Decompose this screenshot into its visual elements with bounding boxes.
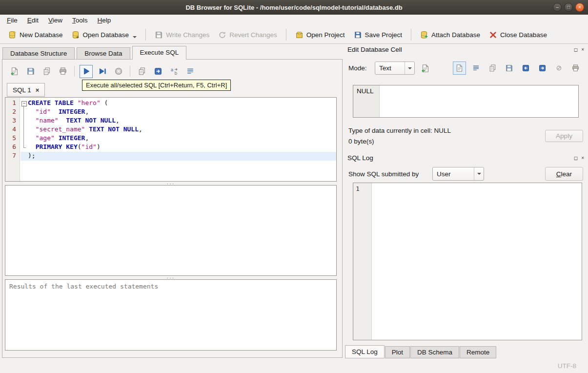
splitter-handle[interactable]: ···: [5, 276, 337, 279]
dock-close-icon[interactable]: ×: [581, 47, 584, 52]
maximize-icon: □: [567, 4, 570, 10]
import-cell-button[interactable]: [519, 62, 532, 75]
close-window-button[interactable]: ×: [575, 3, 584, 12]
save-sql-as-button[interactable]: [40, 65, 53, 78]
copy-cell-button[interactable]: [486, 62, 499, 75]
stop-execution-button[interactable]: [112, 65, 125, 78]
print-sql-button[interactable]: [56, 65, 69, 78]
log-filter-combobox[interactable]: User: [432, 167, 484, 181]
open-sql-file-button[interactable]: [8, 65, 21, 78]
editor-code[interactable]: CREATE TABLE "hero" ( "id" INTEGER, "nam…: [20, 99, 336, 161]
new-database-icon: [8, 31, 17, 39]
text-document-icon: [455, 64, 464, 72]
fold-guide: [20, 125, 28, 134]
word-wrap-button[interactable]: [469, 62, 483, 75]
text-mode-button[interactable]: [453, 62, 466, 75]
find-replace-button[interactable]: ab: [167, 65, 181, 78]
dock-close-icon[interactable]: ×: [581, 155, 584, 161]
splitter-handle[interactable]: ···: [5, 182, 337, 185]
sql-toolbar-separator: [130, 66, 130, 77]
open-database-button[interactable]: Open Database: [67, 28, 142, 41]
menubar: File Edit View Tools Help: [0, 15, 588, 26]
format-sql-button[interactable]: [183, 65, 197, 78]
tab-browse-data[interactable]: Browse Data: [77, 47, 130, 60]
save-sql-file-icon: [26, 67, 35, 76]
dock-tab-bar: SQL Log Plot DB Schema Remote: [345, 345, 496, 358]
chevron-down-icon: [477, 173, 481, 175]
log-filter-value: User: [437, 170, 451, 178]
cell-value: NULL: [357, 87, 374, 95]
tab-sql-log[interactable]: SQL Log: [345, 345, 385, 358]
tab-plot[interactable]: Plot: [385, 346, 410, 358]
sql-document-tab[interactable]: SQL 1 ×: [7, 83, 45, 97]
save-sql-as-icon: [42, 67, 51, 76]
code-line[interactable]: );: [20, 152, 336, 161]
window-controls: – □ ×: [553, 3, 584, 12]
export-results-button[interactable]: [151, 65, 164, 78]
open-project-icon: [295, 31, 304, 39]
export-cell-button[interactable]: [536, 62, 549, 75]
tab-db-schema[interactable]: DB Schema: [410, 346, 459, 358]
import-icon: [522, 64, 530, 72]
main-toolbar: New Database Open Database Write Changes…: [0, 26, 588, 44]
close-database-button[interactable]: Close Database: [485, 28, 551, 41]
clear-log-button[interactable]: Clear: [545, 167, 583, 181]
results-grid[interactable]: [5, 185, 337, 276]
sql-editor[interactable]: 1234567 CREATE TABLE "hero" ( "id" INTEG…: [5, 97, 337, 182]
code-line[interactable]: "secret_name" TEXT NOT NULL,: [20, 125, 336, 134]
code-line[interactable]: "age" INTEGER,: [20, 134, 336, 143]
code-line[interactable]: CREATE TABLE "hero" (: [20, 99, 336, 108]
sql-log-view[interactable]: 1: [353, 183, 582, 340]
sql-tab-close-icon[interactable]: ×: [36, 86, 40, 94]
tab-database-structure[interactable]: Database Structure: [2, 47, 75, 60]
code-line[interactable]: "name" TEXT NOT NULL,: [20, 117, 336, 125]
import-text-button[interactable]: [419, 62, 432, 75]
menu-file[interactable]: File: [2, 16, 22, 25]
save-project-button[interactable]: Save Project: [349, 28, 407, 41]
close-database-icon: [489, 31, 497, 39]
duplicate-tab-icon: [138, 67, 146, 76]
open-database-dropdown-icon[interactable]: [133, 36, 137, 38]
menu-help[interactable]: Help: [93, 16, 116, 25]
save-cell-button[interactable]: [503, 62, 516, 75]
execute-current-line-button[interactable]: [96, 65, 109, 78]
cell-value-editor[interactable]: NULL: [353, 85, 579, 118]
fold-marker-icon[interactable]: [20, 99, 28, 108]
menu-view[interactable]: View: [43, 16, 67, 25]
tab-execute-sql[interactable]: Execute SQL: [132, 46, 187, 60]
maximize-button[interactable]: □: [564, 3, 573, 12]
execute-all-icon: [82, 67, 91, 76]
tooltip: Execute all/selected SQL [Ctrl+Return, F…: [82, 80, 231, 91]
titlebar[interactable]: DB Browser for SQLite - /home/user/code/…: [0, 0, 588, 15]
set-null-button[interactable]: [552, 62, 566, 75]
log-line-numbers: [353, 183, 372, 340]
tab-remote[interactable]: Remote: [460, 346, 496, 358]
menu-edit[interactable]: Edit: [22, 16, 43, 25]
apply-button[interactable]: Apply: [545, 130, 583, 142]
combobox-arrow-zone: [405, 62, 414, 74]
results-placeholder: Results of the last executed statements: [9, 283, 158, 290]
sql-toolbar-separator: [74, 66, 75, 77]
write-changes-button[interactable]: Write Changes: [150, 28, 214, 41]
dock-float-icon[interactable]: ◻: [574, 47, 578, 52]
code-line[interactable]: "id" INTEGER,: [20, 108, 336, 117]
minimize-button[interactable]: –: [553, 3, 562, 12]
set-null-icon: [556, 65, 562, 71]
print-cell-button[interactable]: [569, 62, 582, 75]
open-project-button[interactable]: Open Project: [291, 28, 349, 41]
dock-float-icon[interactable]: ◻: [574, 155, 578, 161]
code-line[interactable]: PRIMARY KEY("id"): [20, 143, 336, 152]
attach-database-button[interactable]: Attach Database: [416, 28, 485, 41]
save-sql-file-button[interactable]: [24, 65, 37, 78]
import-text-icon: [421, 64, 430, 73]
revert-changes-button[interactable]: Revert Changes: [214, 28, 282, 41]
toolbar-separator: [286, 29, 286, 41]
duplicate-tab-button[interactable]: [135, 65, 148, 78]
results-message-area[interactable]: Results of the last executed statements: [5, 279, 337, 351]
execute-all-button[interactable]: [80, 65, 93, 78]
new-database-button[interactable]: New Database: [4, 28, 67, 41]
edit-cell-dock-controls: ◻ ×: [574, 47, 584, 52]
menu-tools[interactable]: Tools: [67, 16, 93, 25]
mode-combobox[interactable]: Text: [375, 62, 415, 75]
sql-log-title: SQL Log: [347, 154, 373, 162]
